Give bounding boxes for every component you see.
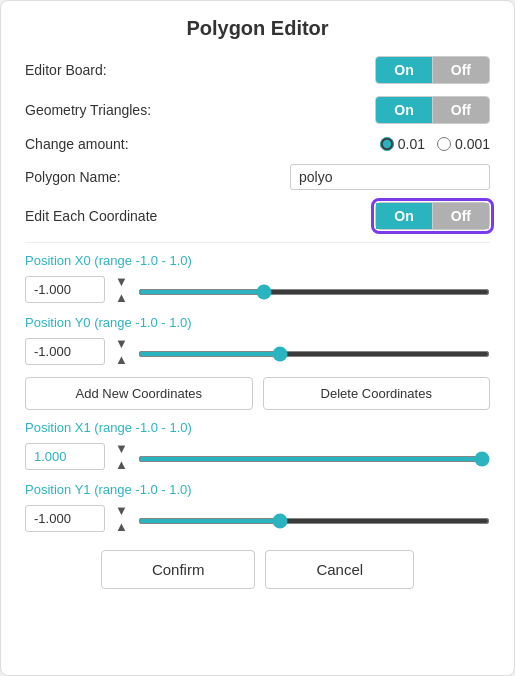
edit-each-coordinate-row: Edit Each Coordinate On Off	[25, 202, 490, 230]
position-y1-label: Position Y1 (range -1.0 - 1.0)	[25, 482, 490, 497]
polygon-name-label: Polygon Name:	[25, 169, 121, 185]
position-y1-down-btn[interactable]: ▼	[113, 503, 130, 518]
position-y1-input[interactable]	[25, 505, 105, 532]
position-x1-label: Position X1 (range -1.0 - 1.0)	[25, 420, 490, 435]
geometry-triangles-toggle: On Off	[375, 96, 490, 124]
add-coordinates-btn[interactable]: Add New Coordinates	[25, 377, 253, 410]
position-y1-slider[interactable]	[138, 518, 490, 524]
divider-1	[25, 242, 490, 243]
position-x1-arrows: ▼ ▲	[113, 441, 130, 472]
panel-title: Polygon Editor	[25, 17, 490, 40]
position-x1-up-btn[interactable]: ▲	[113, 457, 130, 472]
geometry-triangles-on-btn[interactable]: On	[376, 97, 432, 123]
edit-coordinate-off-btn[interactable]: Off	[433, 203, 489, 229]
polygon-name-row: Polygon Name:	[25, 164, 490, 190]
change-amount-option-2[interactable]: 0.001	[437, 136, 490, 152]
geometry-triangles-row: Geometry Triangles: On Off	[25, 96, 490, 124]
delete-coordinates-btn[interactable]: Delete Coordinates	[263, 377, 491, 410]
position-x1-slider[interactable]	[138, 456, 490, 462]
edit-each-coordinate-label: Edit Each Coordinate	[25, 208, 157, 224]
edit-coordinate-toggle: On Off	[375, 202, 490, 230]
position-x0-label: Position X0 (range -1.0 - 1.0)	[25, 253, 490, 268]
position-x0-arrows: ▼ ▲	[113, 274, 130, 305]
editor-board-off-btn[interactable]: Off	[433, 57, 489, 83]
change-amount-radio-2[interactable]	[437, 137, 451, 151]
geometry-triangles-label: Geometry Triangles:	[25, 102, 151, 118]
change-amount-radio-1[interactable]	[380, 137, 394, 151]
change-amount-label: Change amount:	[25, 136, 129, 152]
editor-board-row: Editor Board: On Off	[25, 56, 490, 84]
position-y1-up-btn[interactable]: ▲	[113, 519, 130, 534]
change-amount-row: Change amount: 0.01 0.001	[25, 136, 490, 152]
coord-action-btn-row: Add New Coordinates Delete Coordinates	[25, 377, 490, 410]
position-x0-slider[interactable]	[138, 289, 490, 295]
position-y0-up-btn[interactable]: ▲	[113, 352, 130, 367]
position-y0-slider[interactable]	[138, 351, 490, 357]
position-y0-row: ▼ ▲	[25, 336, 490, 367]
polygon-name-input[interactable]	[290, 164, 490, 190]
cancel-btn[interactable]: Cancel	[265, 550, 414, 589]
confirm-btn[interactable]: Confirm	[101, 550, 256, 589]
confirm-cancel-row: Confirm Cancel	[25, 550, 490, 589]
edit-coordinate-toggle-wrapper: On Off	[375, 202, 490, 230]
position-y1-slider-wrapper	[138, 510, 490, 528]
position-x0-input[interactable]	[25, 276, 105, 303]
change-amount-option-1[interactable]: 0.01	[380, 136, 425, 152]
change-amount-value-1: 0.01	[398, 136, 425, 152]
position-y0-arrows: ▼ ▲	[113, 336, 130, 367]
position-y1-arrows: ▼ ▲	[113, 503, 130, 534]
position-y0-label: Position Y0 (range -1.0 - 1.0)	[25, 315, 490, 330]
polygon-editor-panel: Polygon Editor Editor Board: On Off Geom…	[0, 0, 515, 676]
change-amount-value-2: 0.001	[455, 136, 490, 152]
position-y0-input[interactable]	[25, 338, 105, 365]
geometry-triangles-off-btn[interactable]: Off	[433, 97, 489, 123]
position-x1-row: ▼ ▲	[25, 441, 490, 472]
editor-board-label: Editor Board:	[25, 62, 107, 78]
position-y0-slider-wrapper	[138, 343, 490, 361]
position-x1-down-btn[interactable]: ▼	[113, 441, 130, 456]
position-y1-row: ▼ ▲	[25, 503, 490, 534]
editor-board-toggle: On Off	[375, 56, 490, 84]
edit-coordinate-on-btn[interactable]: On	[376, 203, 432, 229]
position-x0-slider-wrapper	[138, 281, 490, 299]
position-x1-input[interactable]	[25, 443, 105, 470]
position-x1-slider-wrapper	[138, 448, 490, 466]
position-x0-down-btn[interactable]: ▼	[113, 274, 130, 289]
position-y0-down-btn[interactable]: ▼	[113, 336, 130, 351]
change-amount-radio-group: 0.01 0.001	[380, 136, 490, 152]
editor-board-on-btn[interactable]: On	[376, 57, 432, 83]
position-x0-row: ▼ ▲	[25, 274, 490, 305]
position-x0-up-btn[interactable]: ▲	[113, 290, 130, 305]
